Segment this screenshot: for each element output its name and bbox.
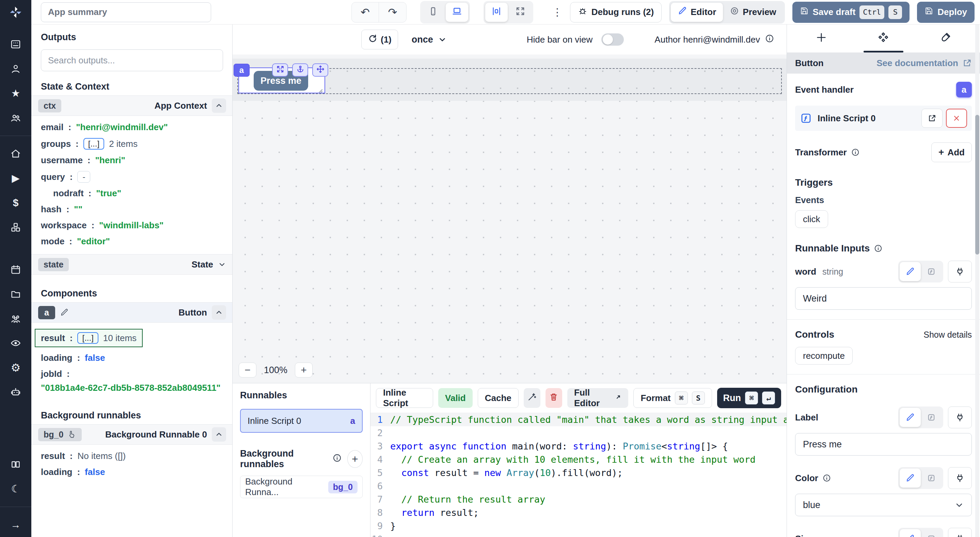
- editor-tab[interactable]: Editor: [671, 3, 723, 22]
- top-toolbar: ↶ ↷: [31, 0, 980, 24]
- function-mode-button[interactable]: [921, 468, 942, 488]
- move-component-button[interactable]: [312, 64, 328, 76]
- gear-icon[interactable]: ⚙: [5, 358, 27, 378]
- chevron-up-icon[interactable]: [212, 99, 226, 113]
- moon-icon[interactable]: ☾: [5, 479, 27, 499]
- component-id-badge[interactable]: a: [234, 64, 250, 76]
- connect-input-button[interactable]: [948, 261, 972, 282]
- zoom-in-button[interactable]: +: [295, 363, 313, 378]
- anchor-component-button[interactable]: [292, 64, 308, 76]
- folder-icon[interactable]: [5, 284, 27, 304]
- static-mode-button[interactable]: [900, 408, 921, 427]
- canvas-grid[interactable]: a Press me −: [232, 54, 787, 383]
- apps-icon[interactable]: [5, 34, 27, 54]
- static-mode-button[interactable]: [900, 468, 921, 488]
- ai-wand-button[interactable]: [524, 388, 540, 408]
- hide-bar-toggle[interactable]: [601, 33, 624, 46]
- users-icon[interactable]: [5, 108, 27, 128]
- info-icon[interactable]: [851, 148, 860, 157]
- color-select[interactable]: blue: [795, 494, 972, 516]
- chevron-up-icon[interactable]: [212, 427, 226, 441]
- eye-icon[interactable]: [5, 333, 27, 353]
- info-icon[interactable]: [874, 244, 883, 253]
- connect-input-button[interactable]: [948, 406, 972, 428]
- calendar-icon[interactable]: [5, 260, 27, 279]
- centered-layout-button[interactable]: [485, 3, 508, 22]
- deploy-button[interactable]: Deploy: [917, 2, 975, 23]
- script-name-button[interactable]: Inline Script: [376, 388, 433, 408]
- code-editor-content[interactable]: 1// TypeScript function called "main" th…: [371, 413, 787, 537]
- app-summary-input[interactable]: [41, 2, 211, 22]
- remove-script-button[interactable]: [946, 109, 967, 128]
- bg-runnable-item[interactable]: Background Runna... bg_0: [240, 476, 363, 498]
- inline-script-item[interactable]: Inline Script 0 a: [240, 409, 363, 433]
- redo-button[interactable]: ↷: [379, 2, 406, 22]
- home-icon[interactable]: [5, 144, 27, 164]
- component-settings-tab[interactable]: [852, 24, 914, 53]
- bg0-section-header[interactable]: bg_0 Background Runnable 0: [31, 424, 232, 445]
- desktop-view-button[interactable]: [446, 3, 468, 22]
- refresh-button[interactable]: (1): [361, 30, 398, 49]
- zoom-out-button[interactable]: −: [239, 363, 256, 378]
- open-script-button[interactable]: [921, 109, 943, 128]
- play-icon[interactable]: ▶: [5, 168, 27, 188]
- preview-tab[interactable]: Preview: [723, 3, 783, 22]
- full-editor-button[interactable]: Full Editor: [567, 388, 628, 408]
- delete-script-button[interactable]: [546, 388, 562, 408]
- add-bg-runnable-button[interactable]: +: [347, 450, 363, 468]
- books-icon[interactable]: [5, 454, 27, 474]
- word-input[interactable]: [795, 287, 972, 310]
- connect-input-button[interactable]: [948, 467, 972, 489]
- run-button[interactable]: Run ⌘ ↵: [717, 388, 781, 408]
- component-a-header[interactable]: a Button: [31, 302, 232, 323]
- ctx-section-header[interactable]: ctx App Context: [31, 96, 232, 116]
- insert-component-tab[interactable]: [790, 24, 852, 53]
- info-icon[interactable]: [332, 453, 342, 465]
- output-key: query: [41, 172, 65, 182]
- dollar-icon[interactable]: $: [5, 193, 27, 213]
- function-mode-button[interactable]: [921, 529, 942, 537]
- expand-badge[interactable]: [...]: [77, 332, 98, 344]
- styling-tab[interactable]: [915, 24, 977, 53]
- add-transformer-button[interactable]: +Add: [931, 142, 972, 162]
- robot-icon[interactable]: [5, 382, 27, 402]
- undo-button[interactable]: ↶: [352, 2, 379, 22]
- see-documentation-link[interactable]: See documentation: [877, 58, 972, 69]
- mobile-view-button[interactable]: [422, 3, 444, 22]
- chevron-down-icon[interactable]: [218, 260, 226, 269]
- edit-id-pencil-icon[interactable]: [60, 308, 69, 317]
- team-icon[interactable]: [5, 309, 27, 328]
- user-icon[interactable]: [5, 59, 27, 79]
- cubes-icon[interactable]: [5, 217, 27, 237]
- expand-badge[interactable]: [...]: [83, 138, 104, 150]
- state-section-header[interactable]: state State: [31, 254, 232, 275]
- arrow-icon[interactable]: →: [5, 515, 27, 535]
- cache-button[interactable]: Cache: [478, 388, 519, 408]
- more-menu-button[interactable]: ⋮: [552, 6, 563, 18]
- debug-runs-button[interactable]: Debug runs (2): [570, 2, 662, 22]
- events-label: Events: [795, 195, 972, 206]
- chevron-up-icon[interactable]: [212, 305, 226, 320]
- static-mode-button[interactable]: [900, 262, 921, 281]
- function-mode-button[interactable]: [921, 262, 942, 281]
- function-mode-button[interactable]: [921, 408, 942, 427]
- resize-handle-icon[interactable]: [317, 86, 323, 96]
- runnables-panel: Runnables Inline Script 0 a Background r…: [232, 383, 371, 537]
- info-icon[interactable]: [765, 34, 774, 45]
- show-details-link[interactable]: Show details: [923, 330, 972, 340]
- panel-scrollbar[interactable]: [975, 24, 979, 537]
- static-mode-button[interactable]: [900, 529, 921, 537]
- handler-script-row[interactable]: Inline Script 0: [795, 106, 972, 131]
- windmill-logo-icon[interactable]: [8, 5, 23, 22]
- save-draft-button[interactable]: Save draft Ctrl S: [792, 2, 910, 23]
- search-outputs-input[interactable]: [41, 49, 223, 71]
- format-button[interactable]: Format ⌘ S: [633, 388, 712, 408]
- expand-component-button[interactable]: [272, 64, 288, 76]
- label-input[interactable]: [795, 433, 972, 456]
- star-icon[interactable]: ★: [5, 83, 27, 103]
- fullwidth-layout-button[interactable]: [509, 3, 531, 22]
- expand-badge[interactable]: -: [77, 171, 90, 183]
- connect-input-button[interactable]: [948, 528, 972, 537]
- schedule-dropdown[interactable]: once: [412, 34, 447, 45]
- info-icon[interactable]: [822, 473, 831, 483]
